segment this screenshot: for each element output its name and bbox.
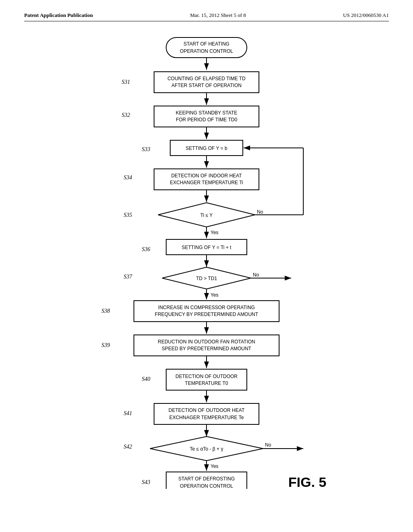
s32-label: S32 [122,112,130,118]
s33-text: SETTING OF Y = b [186,145,227,151]
s32-text-1: KEEPING STANDBY STATE [176,110,237,116]
s39-label: S39 [102,342,110,348]
start-label-line1: START OF HEATING [184,41,229,47]
s38-text-1: INCREASE IN COMPRESSOR OPERATING [158,305,255,310]
page: Patent Application Publication Mar. 15, … [0,0,413,532]
s34-label: S34 [124,175,132,181]
s37-no: No [253,272,259,278]
s33-label: S33 [142,146,150,152]
s35-text: Ti ≤ Y [200,212,213,218]
s38-text-2: FREQUENCY BY PREDETERMINED AMOUNT [155,312,259,317]
s31-text-2: AFTER START OF OPERATION [171,83,242,88]
header-right: US 2012/0060530 A1 [343,12,389,19]
s37-text: TD > TD1 [196,276,217,281]
svg-rect-23 [134,335,279,356]
s40-label: S40 [142,376,150,382]
svg-rect-9 [154,169,259,190]
s43-text-2: OPERATION CONTROL [180,483,233,489]
svg-rect-3 [154,72,259,93]
s43-label: S43 [142,479,150,485]
fig-label: FIG. 5 [288,474,326,489]
svg-rect-27 [154,403,259,424]
s36-text: SETTING OF Y = Ti + t [182,245,232,250]
s41-text-1: DETECTION OF OUTDOOR HEAT [169,407,245,413]
s41-text-2: EXCHNAGER TEMPERATURE Te [169,415,244,420]
s34-text-2: EXCHANGER TEMPERATURE Ti [170,180,243,185]
s39-text-2: SPEED BY PREDETERMINED AMOUNT [162,346,251,351]
s35-yes: Yes [211,230,219,235]
s40-text-1: DETECTION OF OUTDOOR [175,374,238,379]
s32-text-2: FOR PERIOD OF TIME TD0 [176,117,238,123]
header-center: Mar. 15, 2012 Sheet 5 of 8 [190,12,246,19]
s40-text-2: TEMPERATURE T0 [185,380,228,386]
svg-rect-1 [166,37,247,58]
s42-yes: Yes [211,463,219,469]
s38-label: S38 [102,308,110,314]
s34-text-1: DETECTION OF INDOOR HEAT [171,173,242,179]
s41-label: S41 [124,410,132,416]
s37-label: S37 [124,274,133,280]
header-left: Patent Application Publication [24,12,93,19]
s42-label: S42 [124,444,132,450]
svg-rect-5 [154,106,259,127]
s39-text-1: REDUCTION IN OUTDOOR FAN ROTATION [158,339,255,345]
s42-no: No [265,442,271,448]
s35-no: No [257,209,263,215]
s43-text-1: START OF DEFROSTING [178,476,235,482]
s31-label: S31 [122,79,130,85]
svg-rect-21 [134,301,279,322]
flowchart-svg: START OF HEATING OPERATION CONTROL S31 C… [65,33,348,489]
s36-label: S36 [142,246,150,252]
s35-label: S35 [124,212,132,218]
s42-text: Te ≤ αTo - β + γ [190,446,223,452]
flowchart-container: START OF HEATING OPERATION CONTROL S31 C… [65,33,348,489]
start-label-line2: OPERATION CONTROL [180,48,233,54]
s37-yes: Yes [211,292,219,298]
page-header: Patent Application Publication Mar. 15, … [24,12,389,21]
s31-text-1: COUNTING OF ELAPSED TIME TD [167,76,246,81]
svg-rect-25 [166,369,247,390]
